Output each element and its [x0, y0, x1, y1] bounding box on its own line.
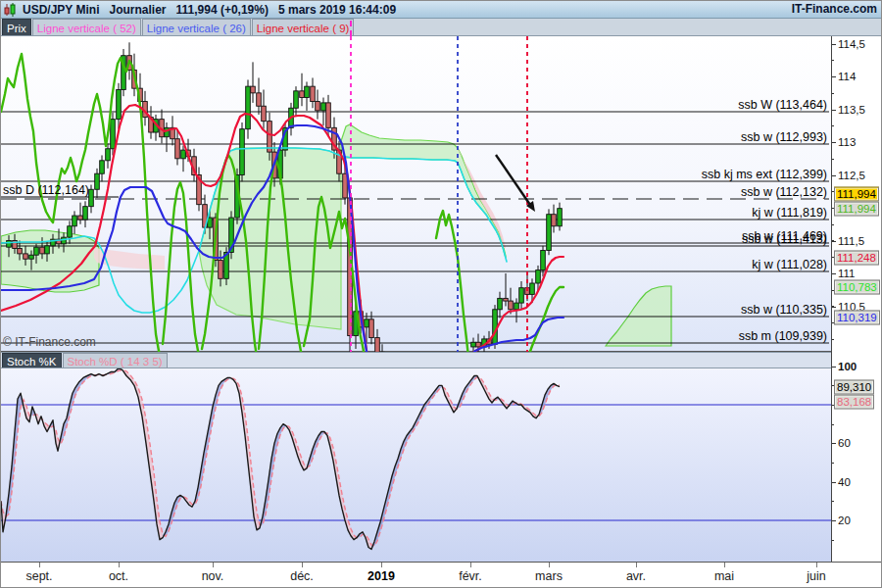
month-label: déc. [290, 569, 314, 583]
month-tick [119, 563, 120, 567]
tab-ligne-verticale-26[interactable]: Ligne verticale ( 26) [142, 19, 251, 35]
candle-down [552, 215, 557, 226]
month-label: juin [807, 569, 825, 583]
price-axis-label: 112,5 [838, 170, 865, 181]
month-label: mars [535, 569, 563, 583]
tab-prix[interactable]: Prix [2, 19, 31, 35]
candle-down [504, 298, 509, 301]
month-label: nov. [202, 569, 224, 583]
candle-down [369, 319, 374, 338]
level-label: ssb w (112,993) [741, 130, 827, 144]
level-label: kj w (111,028) [752, 258, 827, 271]
month-tick [302, 563, 303, 567]
stoch-axis-label: 100 [838, 361, 857, 372]
candle-up [558, 209, 563, 226]
tab-stoch-k[interactable]: Stoch %K [2, 353, 62, 368]
candle-down [476, 342, 481, 347]
axis-tick [832, 306, 834, 307]
month-tick [636, 563, 637, 567]
candle-up [89, 189, 94, 206]
vertical-line-stub [350, 21, 352, 36]
candle-up [106, 149, 111, 161]
stochastic-panel[interactable] [1, 368, 831, 562]
month-tick [213, 563, 214, 567]
price-chart-panel[interactable]: © IT-Finance.comssb W (113,464)ssb w (11… [1, 36, 831, 352]
annotation-arrow[interactable] [496, 155, 530, 205]
candle-up [471, 342, 476, 347]
level-label: ssb w (111,413) [742, 232, 827, 246]
candle-up [305, 86, 310, 97]
candle-up [536, 270, 541, 283]
green-line [436, 211, 468, 352]
level-label: kj w (111,819) [752, 206, 827, 220]
axis-tick [832, 224, 834, 225]
tab-ligne-verticale-52[interactable]: Ligne verticale ( 52) [32, 19, 141, 35]
right-price-axis[interactable]: 114,5114113,5113112,5111,5111110,5100806… [831, 36, 882, 562]
axis-tick [832, 93, 834, 94]
axis-tick [832, 110, 834, 111]
stoch-d-line [1, 370, 560, 547]
stoch-chart-svg [1, 368, 831, 562]
axis-tick [832, 540, 834, 541]
candle-up [514, 303, 519, 310]
candle-up [240, 129, 245, 175]
candle-up [519, 288, 524, 303]
candle-up [68, 226, 73, 237]
axis-tick [832, 60, 834, 61]
axis-tick [832, 159, 834, 160]
axis-tick [832, 501, 834, 502]
axis-tick [832, 339, 834, 340]
tab-ligne-verticale-9[interactable]: Ligne verticale ( 9) [252, 19, 355, 35]
price-indicator-tabbar: Prix Ligne verticale ( 52) Ligne vertica… [1, 19, 882, 36]
candle-up [73, 216, 77, 226]
axis-tick [832, 520, 836, 521]
price-axis-label: 111,5 [838, 235, 864, 247]
time-axis[interactable]: sept.oct.nov.déc.2019févr.marsavr.maijui… [1, 562, 882, 588]
price-axis-label: 111 [838, 268, 855, 279]
quote-datetime: 5 mars 2019 16:44:09 [278, 3, 396, 17]
candle-up [83, 207, 88, 220]
candle-up [7, 240, 12, 247]
candle-down [40, 247, 45, 254]
price-axis-label: 114 [838, 71, 856, 82]
candle-down [257, 93, 262, 106]
candle-down [219, 261, 223, 279]
candle-down [251, 86, 256, 93]
axis-tick [832, 76, 834, 77]
level-label: ssb kj ms ext (112,399) [702, 168, 827, 181]
stoch-k-line [1, 368, 560, 550]
price-badge: 110,319 [834, 311, 880, 325]
level-label: ssb W (113,464) [738, 98, 827, 112]
tab-stoch-d[interactable]: Stoch %D ( 14 3 5) [63, 353, 168, 368]
month-tick [39, 563, 40, 567]
price-axis-label: 113 [838, 136, 856, 148]
axis-tick [832, 175, 834, 176]
candle-up [29, 255, 34, 259]
candle-up [547, 215, 552, 251]
chart-application-window: USD/JPY Mini Journalier 111,994 (+0,19%)… [0, 0, 882, 588]
candle-down [24, 254, 28, 259]
month-label: 2019 [368, 569, 395, 583]
candle-down [18, 249, 23, 254]
candle-up [34, 247, 39, 255]
green-line [163, 182, 200, 352]
candle-up [294, 91, 299, 108]
stoch-axis-label: 40 [838, 476, 851, 488]
candle-up [117, 90, 122, 120]
price-badge: 110,783 [834, 280, 880, 295]
spacer3 [269, 3, 278, 17]
axis-tick [832, 240, 834, 241]
candle-down [343, 173, 348, 198]
candle-down [175, 139, 180, 159]
axis-tick [832, 463, 834, 464]
candle-down [326, 103, 331, 127]
axis-tick [832, 482, 836, 483]
candle-down [300, 91, 305, 98]
month-tick [549, 563, 550, 567]
month-tick [470, 563, 471, 567]
candle-up [62, 237, 67, 244]
candle-up [111, 120, 116, 149]
axis-tick [832, 273, 834, 274]
candle-down [262, 106, 267, 121]
stoch-indicator-tabbar: Stoch %K Stoch %D ( 14 3 5) [1, 352, 831, 368]
